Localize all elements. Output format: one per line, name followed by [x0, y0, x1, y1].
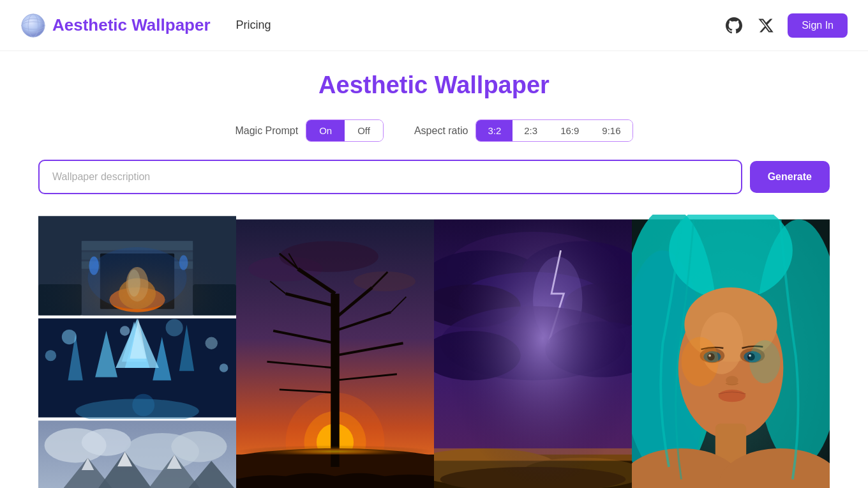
svg-rect-91: [434, 220, 632, 489]
gallery: [38, 215, 830, 488]
svg-point-56: [280, 241, 378, 271]
aspect-ratio-toggle: 3:2 2:3 16:9 9:16: [475, 119, 632, 142]
svg-point-30: [120, 326, 130, 336]
svg-point-40: [82, 429, 131, 456]
svg-point-114: [749, 340, 780, 383]
toggle-on-button[interactable]: On: [306, 120, 345, 141]
gallery-col-4: [632, 215, 830, 488]
controls-bar: Magic Prompt On Off Aspect ratio 3:2 2:3…: [38, 119, 830, 142]
svg-point-109: [726, 376, 738, 385]
mountains-image: [38, 419, 236, 488]
gallery-item-woman[interactable]: [632, 215, 830, 488]
sign-in-button[interactable]: Sign In: [788, 13, 848, 38]
gallery-col-3: [434, 215, 632, 488]
gallery-col-2: [236, 215, 434, 488]
svg-point-0: [22, 14, 45, 37]
crystals-image: [38, 317, 236, 419]
gallery-col-1: [38, 215, 236, 488]
svg-point-110: [719, 390, 746, 402]
gallery-item-sunset-tree[interactable]: [236, 215, 434, 488]
magic-prompt-label: Magic Prompt: [235, 125, 298, 137]
svg-point-28: [62, 330, 77, 344]
aspect-9-16-button[interactable]: 9:16: [590, 120, 632, 141]
logo-link[interactable]: Aesthetic Wallpaper: [20, 13, 211, 38]
gallery-item-crystals[interactable]: [38, 317, 236, 419]
search-input[interactable]: [38, 160, 742, 194]
aspect-3-2-button[interactable]: 3:2: [476, 120, 513, 141]
logo-icon: [20, 13, 46, 38]
svg-rect-74: [236, 442, 434, 454]
aspect-ratio-label: Aspect ratio: [414, 125, 468, 137]
hero-title: Aesthetic Wallpaper: [38, 72, 830, 99]
sunset-tree-image: [236, 215, 434, 488]
generate-button[interactable]: Generate: [750, 161, 830, 193]
svg-point-42: [171, 431, 227, 462]
gallery-item-fireplace[interactable]: [38, 215, 236, 317]
aspect-2-3-button[interactable]: 2:3: [513, 120, 549, 141]
magic-prompt-toggle: On Off: [306, 119, 384, 142]
search-bar: Generate: [38, 160, 830, 194]
magic-prompt-group: Magic Prompt On Off: [235, 119, 383, 142]
x-icon[interactable]: [756, 15, 776, 36]
svg-point-33: [45, 350, 56, 361]
svg-point-29: [206, 337, 218, 349]
svg-point-113: [682, 337, 719, 387]
github-icon[interactable]: [724, 15, 744, 36]
storm-image: [434, 215, 632, 488]
woman-portrait-image: [632, 215, 830, 488]
gallery-item-mountains[interactable]: [38, 419, 236, 488]
svg-point-31: [166, 319, 183, 336]
toggle-off-button[interactable]: Off: [345, 120, 383, 141]
aspect-16-9-button[interactable]: 16:9: [549, 120, 590, 141]
logo-title: Aesthetic Wallpaper: [52, 15, 211, 35]
svg-rect-20: [38, 217, 236, 316]
svg-point-32: [220, 363, 228, 372]
aspect-ratio-group: Aspect ratio 3:2 2:3 16:9 9:16: [414, 119, 633, 142]
nav-pricing-link[interactable]: Pricing: [236, 19, 271, 31]
gallery-item-storm[interactable]: [434, 215, 632, 488]
fireplace-image: [38, 215, 236, 317]
header-right: Sign In: [724, 13, 848, 38]
